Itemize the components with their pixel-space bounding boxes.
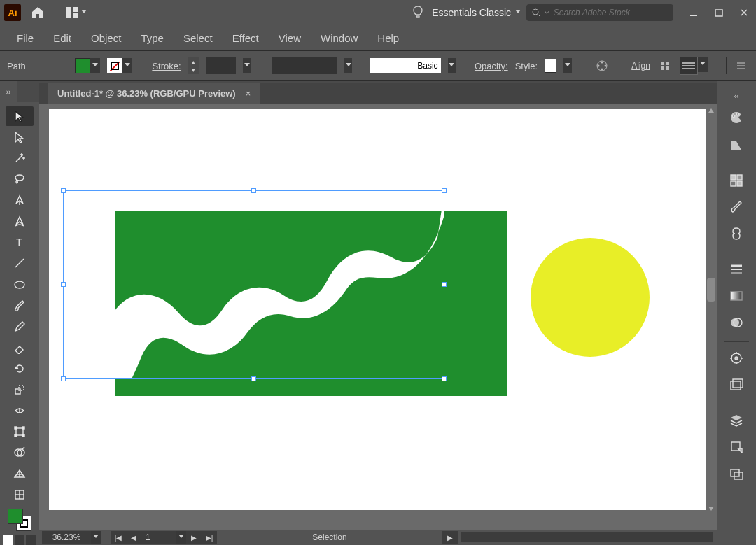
brush-definition[interactable]: Basic (370, 58, 440, 73)
menu-object[interactable]: Object (81, 27, 131, 50)
menu-window[interactable]: Window (311, 27, 368, 50)
brush-dropdown[interactable] (448, 58, 456, 73)
ellipse-tool[interactable] (6, 275, 34, 295)
variable-width-dropdown[interactable] (344, 58, 353, 73)
artboard-number-field[interactable]: 1 (141, 532, 176, 542)
curvature-tool[interactable] (6, 211, 34, 231)
expand-panels-button[interactable]: ›› (0, 81, 17, 102)
transform-dropdown[interactable] (698, 57, 708, 72)
last-artboard-button[interactable]: ▶| (202, 531, 217, 544)
graphic-styles-panel-button[interactable] (722, 373, 750, 397)
search-field[interactable] (526, 4, 673, 21)
color-guide-panel-button[interactable] (722, 133, 750, 157)
recolor-artwork-button[interactable] (594, 57, 610, 75)
selection-handle[interactable] (442, 376, 447, 381)
mesh-tool[interactable] (6, 485, 34, 504)
zoom-level-field[interactable]: 36.23% (42, 531, 91, 544)
width-tool[interactable] (6, 401, 34, 420)
rotate-tool[interactable] (6, 359, 34, 378)
discover-button[interactable] (410, 4, 426, 21)
style-dropdown[interactable] (564, 58, 572, 73)
maximize-button[interactable] (711, 5, 727, 20)
magic-wand-tool[interactable] (6, 148, 34, 168)
scroll-up-icon[interactable] (708, 108, 715, 113)
fill-indicator[interactable] (8, 509, 23, 524)
color-panel-button[interactable] (722, 106, 750, 130)
selection-handle[interactable] (61, 376, 66, 381)
symbols-panel-button[interactable] (722, 222, 750, 246)
stroke-weight-field[interactable] (206, 57, 237, 74)
asset-export-panel-button[interactable] (722, 435, 750, 459)
vertical-scrollbar[interactable] (707, 109, 715, 510)
workspace-switcher[interactable]: Essentials Classic (432, 7, 521, 18)
artboard-dropdown[interactable] (176, 531, 186, 544)
pencil-tool[interactable] (6, 317, 34, 337)
menu-select[interactable]: Select (174, 27, 223, 50)
selection-handle[interactable] (251, 188, 256, 193)
document-tab[interactable]: Untitled-1* @ 36.23% (RGB/GPU Preview) × (48, 83, 260, 104)
prev-artboard-button[interactable]: ◀ (126, 531, 141, 544)
fill-stroke-indicator[interactable] (8, 509, 31, 531)
first-artboard-button[interactable]: |◀ (111, 531, 126, 544)
selection-tool[interactable] (6, 106, 34, 126)
selection-handle[interactable] (61, 188, 66, 193)
lasso-tool[interactable] (6, 169, 34, 189)
pen-tool[interactable] (6, 190, 34, 210)
horizontal-scrollbar[interactable] (461, 532, 713, 542)
menu-type[interactable]: Type (131, 27, 174, 50)
align-label[interactable]: Align (631, 61, 650, 71)
free-transform-tool[interactable] (6, 422, 34, 441)
swatches-panel-button[interactable] (722, 169, 750, 192)
collapse-panels-button[interactable]: ‹‹ (717, 85, 756, 106)
close-button[interactable] (736, 5, 752, 20)
status-next-button[interactable]: ▶ (442, 531, 458, 544)
selection-handle[interactable] (442, 188, 447, 193)
menu-file[interactable]: File (7, 27, 43, 50)
fill-swatch[interactable] (75, 58, 90, 73)
zoom-dropdown[interactable] (91, 531, 101, 544)
panel-menu-button[interactable] (734, 57, 749, 75)
none-mode-button[interactable] (26, 535, 36, 545)
menu-help[interactable]: Help (368, 27, 409, 50)
next-artboard-button[interactable]: ▶ (186, 531, 202, 544)
menu-edit[interactable]: Edit (43, 27, 81, 50)
selection-handle[interactable] (442, 282, 447, 287)
color-mode-button[interactable] (4, 535, 13, 545)
scroll-down-icon[interactable] (708, 506, 715, 511)
search-input[interactable] (554, 8, 668, 17)
stroke-profile-dropdown[interactable] (243, 58, 251, 73)
minimize-button[interactable] (686, 5, 701, 20)
shape-builder-tool[interactable] (6, 443, 34, 462)
gradient-panel-button[interactable] (722, 284, 750, 308)
menu-effect[interactable]: Effect (223, 27, 269, 50)
stroke-weight-stepper[interactable]: ▲▼ (188, 57, 199, 74)
stroke-dropdown[interactable] (122, 58, 132, 73)
selection-handle[interactable] (61, 282, 66, 287)
selection-bounding-box[interactable] (63, 190, 444, 379)
direct-selection-tool[interactable] (6, 127, 34, 147)
layers-panel-button[interactable] (722, 409, 750, 432)
artboard[interactable] (49, 109, 706, 510)
opacity-label[interactable]: Opacity: (475, 61, 508, 71)
brushes-panel-button[interactable] (722, 195, 750, 219)
perspective-grid-tool[interactable] (6, 464, 34, 483)
stroke-panel-button[interactable] (722, 257, 750, 281)
transparency-panel-button[interactable] (722, 311, 750, 334)
close-tab-button[interactable]: × (246, 88, 251, 99)
artboards-panel-button[interactable] (722, 462, 750, 486)
transform-button[interactable] (680, 57, 698, 75)
line-tool[interactable] (6, 253, 34, 273)
gradient-mode-button[interactable] (15, 535, 24, 545)
stroke-swatch[interactable] (107, 58, 122, 73)
yellow-circle-shape[interactable] (531, 238, 650, 357)
graphic-style-swatch[interactable] (545, 59, 556, 73)
paintbrush-tool[interactable] (6, 296, 34, 316)
scale-tool[interactable] (6, 380, 34, 399)
home-button[interactable] (27, 3, 49, 22)
menu-view[interactable]: View (269, 27, 311, 50)
fill-dropdown[interactable] (90, 58, 100, 73)
eraser-tool[interactable] (6, 338, 34, 358)
type-tool[interactable]: T (6, 232, 34, 252)
appearance-panel-button[interactable] (722, 346, 750, 370)
selection-handle[interactable] (251, 376, 256, 381)
